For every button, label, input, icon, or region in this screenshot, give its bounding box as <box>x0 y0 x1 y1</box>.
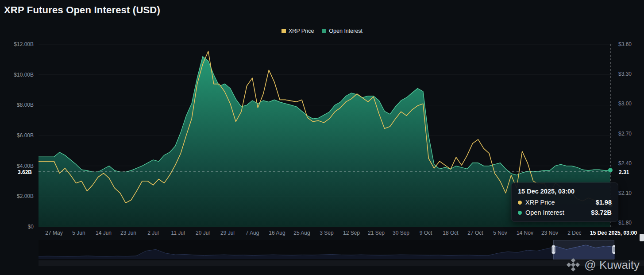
right-axis-tick: $3.00 <box>618 101 632 107</box>
xrp-price-dot-icon <box>518 201 522 205</box>
tooltip-date: 15 Dec 2025, 03:00 <box>518 188 612 195</box>
right-axis-tick: $2.10 <box>618 190 632 196</box>
x-axis: 27 May5 Jun14 Jun23 Jun2 Jul11 Jul20 Jul… <box>39 230 613 237</box>
xrp-price-swatch-icon <box>282 29 286 33</box>
left-axis-tick: $2.00B <box>17 193 34 199</box>
tooltip-value-open-interest: $3.72B <box>591 209 612 216</box>
scrollbar-track[interactable] <box>39 260 644 266</box>
right-axis-tick: $1.80 <box>618 220 632 226</box>
crosshair-date-label: 15 Dec 2025, 03:00 <box>590 230 637 236</box>
x-axis-tick: 27 May <box>45 230 62 236</box>
tooltip-value-xrp-price: $1.98 <box>596 199 612 206</box>
x-axis-tick: 27 Oct <box>467 230 483 236</box>
x-axis-tick: 18 Oct <box>443 230 458 236</box>
navigator[interactable] <box>39 240 615 260</box>
left-axis-tick: $0 <box>28 224 34 230</box>
x-axis-tick: 12 Sep <box>343 230 360 236</box>
x-axis-tick: 16 Aug <box>269 230 285 236</box>
binance-logo-icon <box>566 258 580 272</box>
legend: XRP Price Open Interest <box>0 28 644 34</box>
right-axis-tick: $2.70 <box>618 131 632 137</box>
x-axis-tick: 14 Nov <box>517 230 533 236</box>
x-axis-tick: 21 Sep <box>368 230 385 236</box>
navigator-selection-window[interactable] <box>554 240 614 260</box>
right-axis-tick: $3.30 <box>618 71 632 77</box>
x-axis-tick: 3 Sep <box>320 230 333 236</box>
x-axis-tick: 23 Nov <box>541 230 558 236</box>
tooltip-label-open-interest: Open Interest <box>525 209 564 216</box>
x-axis-tick: 29 Jul <box>220 230 235 236</box>
navigator-resize-handle[interactable] <box>612 245 615 254</box>
left-axis-tick: $4.00B <box>17 163 34 169</box>
watermark-text: @ Kuwaity <box>584 258 640 272</box>
x-axis-tick: 25 Aug <box>293 230 310 236</box>
left-axis-tick: $12.00B <box>14 41 34 47</box>
legend-label-xrp-price: XRP Price <box>289 28 314 34</box>
navigator-resize-handle[interactable] <box>552 245 555 254</box>
tooltip: 15 Dec 2025, 03:00 XRP Price $1.98 Open … <box>511 182 618 222</box>
x-axis-tick: 9 Oct <box>420 230 432 236</box>
legend-label-open-interest: Open Interest <box>329 28 362 34</box>
axis-scroll-button[interactable] <box>640 234 644 241</box>
legend-item-xrp-price[interactable]: XRP Price <box>282 28 314 34</box>
x-axis-tick: 23 Jun <box>120 230 136 236</box>
x-axis-tick: 14 Jun <box>96 230 112 236</box>
left-axis-tick: $10.00B <box>14 72 34 78</box>
right-axis-tick: $2.40 <box>618 160 632 167</box>
left-axis-tick: $6.00B <box>17 132 34 139</box>
x-axis-tick: 5 Nov <box>493 230 507 236</box>
x-axis-tick: 7 Aug <box>246 230 259 236</box>
tooltip-label-xrp-price: XRP Price <box>525 199 555 206</box>
tooltip-row-open-interest: Open Interest $3.72B <box>518 209 612 216</box>
current-oi-label-left: 3.62B <box>18 169 32 175</box>
open-interest-swatch-icon <box>322 29 326 33</box>
x-axis-tick: 5 Jun <box>72 230 85 236</box>
x-axis-tick: 30 Sep <box>393 230 409 236</box>
right-axis-tick: $3.60 <box>618 41 632 47</box>
x-axis-tick: 11 Jul <box>171 230 185 236</box>
open-interest-last-point-marker <box>608 168 613 172</box>
x-axis-tick: 2 Jul <box>147 230 158 236</box>
left-axis: $12.00B$10.00B$8.00B$6.00B$4.00B$2.00B$0 <box>0 0 34 275</box>
x-axis-tick: 2 Dec <box>567 230 581 236</box>
left-axis-tick: $8.00B <box>17 102 34 108</box>
open-interest-dot-icon <box>518 211 522 215</box>
navigator-dim-left <box>39 240 554 260</box>
legend-item-open-interest[interactable]: Open Interest <box>322 28 362 34</box>
current-oi-label-right: 2.31 <box>619 169 629 175</box>
x-axis-tick: 20 Jul <box>196 230 210 236</box>
tooltip-row-xrp-price: XRP Price $1.98 <box>518 199 612 206</box>
watermark: @ Kuwaity <box>566 258 640 272</box>
chart-screen: XRP Futures Open Interest (USD) XRP Pric… <box>0 0 644 275</box>
